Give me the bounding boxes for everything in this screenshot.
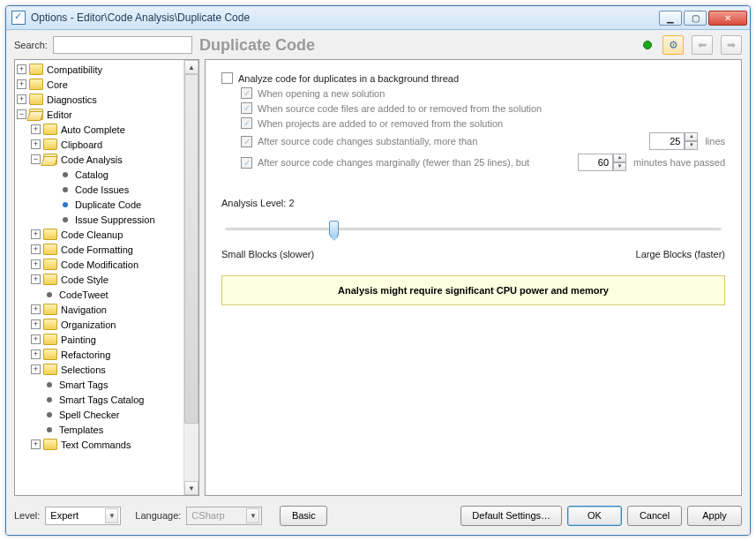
tree-label: Code Issues [75, 184, 129, 195]
tree-node[interactable]: Spell Checker [15, 407, 183, 422]
folder-open-icon [29, 109, 43, 120]
basic-button[interactable]: Basic [280, 506, 327, 526]
tree-label: Code Modification [61, 259, 138, 270]
tree-node[interactable]: +Compatibility [15, 62, 183, 77]
lines-spin-up[interactable]: ▲ [685, 132, 698, 141]
tree-node[interactable]: +Code Cleanup [15, 227, 183, 242]
expand-icon[interactable]: + [31, 304, 41, 314]
tree-label: Compatibility [47, 64, 102, 75]
expand-icon[interactable]: + [31, 319, 41, 329]
minutes-spin-up[interactable]: ▲ [613, 154, 626, 162]
collapse-icon[interactable]: − [31, 154, 41, 164]
expand-icon[interactable]: + [31, 364, 41, 374]
tree-node[interactable]: −Code Analysis [15, 152, 183, 167]
on-files-change-checkbox[interactable]: ✓ [241, 102, 252, 114]
expand-icon[interactable]: + [31, 259, 41, 269]
analysis-level-slider[interactable] [225, 221, 722, 240]
tree-label: Auto Complete [61, 124, 125, 135]
minutes-input[interactable] [578, 154, 613, 171]
tree-node[interactable]: +Organization [15, 317, 183, 332]
tree-node[interactable]: CodeTweet [15, 287, 183, 302]
bullet-icon [63, 217, 68, 222]
expand-icon[interactable]: + [31, 229, 41, 239]
window-title: Options - Editor\Code Analysis\Duplicate… [31, 11, 659, 24]
tree-node[interactable]: +Core [15, 77, 183, 92]
expand-icon[interactable]: + [31, 124, 41, 134]
expand-icon[interactable]: + [17, 64, 26, 74]
on-open-checkbox[interactable]: ✓ [241, 87, 252, 99]
tree-node[interactable]: Catalog [15, 167, 183, 182]
tree-node[interactable]: Smart Tags Catalog [15, 392, 183, 407]
tree-scrollbar[interactable]: ▲ ▼ [183, 60, 198, 495]
bullet-icon [47, 397, 52, 402]
expand-icon[interactable]: + [31, 244, 41, 254]
level-combo[interactable]: Expert ▼ [45, 507, 121, 525]
tree-node[interactable]: +Text Commands [15, 437, 183, 452]
scroll-up-button[interactable]: ▲ [184, 60, 198, 74]
folder-icon [43, 364, 57, 375]
tree-node[interactable]: +Code Formatting [15, 242, 183, 257]
category-tree[interactable]: +Compatibility+Core+Diagnostics−Editor+A… [14, 59, 199, 496]
nav-forward-button[interactable]: ➡ [721, 35, 742, 55]
nav-back-button[interactable]: ⬅ [692, 35, 713, 55]
tree-node[interactable]: Code Issues [15, 182, 183, 197]
expand-icon[interactable]: + [31, 274, 41, 284]
substantial-change-checkbox[interactable]: ✓ [241, 136, 252, 147]
folder-icon [43, 229, 57, 240]
tree-node[interactable]: Duplicate Code [15, 197, 183, 212]
tree-node[interactable]: +Code Style [15, 272, 183, 287]
tree-node[interactable]: Templates [15, 422, 183, 437]
slider-thumb[interactable] [329, 221, 339, 237]
minutes-spin-down[interactable]: ▼ [613, 162, 626, 171]
tree-label: Clipboard [61, 139, 102, 150]
tree-node[interactable]: +Navigation [15, 302, 183, 317]
minimize-button[interactable]: ▁ [659, 11, 682, 26]
tree-label: Issue Suppression [75, 214, 155, 225]
folder-icon [43, 349, 57, 360]
on-projects-change-checkbox[interactable]: ✓ [241, 117, 252, 129]
tree-node[interactable]: Smart Tags [15, 377, 183, 392]
tree-node[interactable]: Issue Suppression [15, 212, 183, 227]
tree-node[interactable]: +Selections [15, 362, 183, 377]
folder-icon [43, 334, 57, 345]
lines-spin-down[interactable]: ▼ [685, 141, 698, 150]
expand-icon[interactable]: + [17, 94, 26, 104]
maximize-button[interactable]: ▢ [684, 11, 707, 26]
default-settings-button[interactable]: Default Settings… [460, 506, 562, 526]
tree-node[interactable]: +Clipboard [15, 137, 183, 152]
slider-max-label: Large Blocks (faster) [636, 249, 725, 259]
page-title: Duplicate Code [199, 36, 638, 55]
analyze-label: Analyze code for duplicates in a backgro… [238, 73, 459, 84]
analyze-checkbox[interactable] [221, 72, 233, 84]
tree-node[interactable]: +Refactoring [15, 347, 183, 362]
expand-icon[interactable]: + [17, 79, 26, 89]
scroll-thumb[interactable] [184, 74, 198, 424]
settings-button[interactable]: ⚙ [662, 35, 684, 55]
expand-icon[interactable]: + [31, 440, 41, 449]
tree-node[interactable]: +Auto Complete [15, 122, 183, 137]
folder-icon [43, 274, 57, 285]
arrow-left-icon: ⬅ [698, 39, 707, 51]
bullet-icon [63, 172, 68, 177]
tree-label: Editor [47, 109, 72, 120]
collapse-icon[interactable]: − [17, 109, 26, 119]
bullet-icon [63, 187, 68, 192]
expand-icon[interactable]: + [31, 349, 41, 359]
folder-icon [43, 124, 57, 135]
search-input[interactable] [53, 36, 192, 54]
lines-input[interactable] [649, 132, 685, 150]
marginal-change-checkbox[interactable]: ✓ [241, 157, 252, 169]
footer-bar: Level: Expert ▼ Language: CSharp ▼ Basic… [14, 501, 742, 530]
bullet-icon [47, 427, 52, 432]
tree-node[interactable]: +Code Modification [15, 257, 183, 272]
scroll-down-button[interactable]: ▼ [184, 481, 198, 495]
expand-icon[interactable]: + [31, 139, 41, 149]
tree-node[interactable]: −Editor [15, 107, 183, 122]
close-button[interactable]: ✕ [708, 11, 747, 26]
expand-icon[interactable]: + [31, 334, 41, 344]
ok-button[interactable]: OK [567, 506, 622, 526]
apply-button[interactable]: Apply [687, 506, 742, 526]
cancel-button[interactable]: Cancel [627, 506, 682, 526]
tree-node[interactable]: +Diagnostics [15, 92, 183, 107]
tree-node[interactable]: +Painting [15, 332, 183, 347]
